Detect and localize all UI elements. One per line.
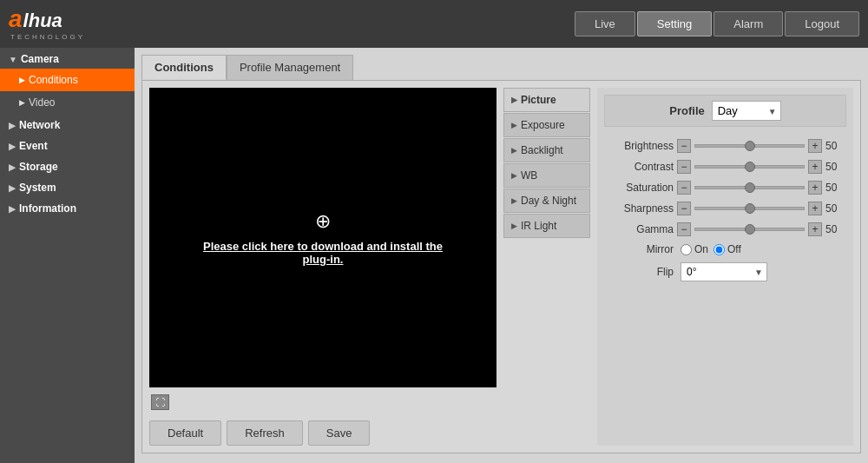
- flip-label: Flip: [604, 266, 674, 278]
- gamma-slider-track[interactable]: [694, 228, 805, 231]
- setting-button[interactable]: Setting: [637, 11, 712, 36]
- gamma-label: Gamma: [604, 223, 674, 235]
- camera-section-arrow: ▼: [9, 55, 17, 64]
- sidebar-section-information[interactable]: ▶ Information: [0, 197, 135, 218]
- sharpness-slider-track[interactable]: [694, 207, 805, 210]
- brightness-slider-thumb[interactable]: [745, 141, 755, 151]
- event-section-arrow: ▶: [9, 142, 16, 151]
- gamma-row: Gamma − + 50: [604, 222, 846, 236]
- picture-menu-exposure-label: Exposure: [521, 119, 565, 131]
- sidebar-section-system[interactable]: ▶ System: [0, 176, 135, 197]
- picture-menu-item-day-night[interactable]: ▶ Day & Night: [503, 189, 590, 213]
- download-icon: ⊕: [315, 210, 331, 233]
- refresh-button[interactable]: Refresh: [227, 420, 303, 446]
- brightness-slider-track[interactable]: [694, 144, 805, 148]
- sidebar: ▼ Camera ▶ Conditions ▶ Video ▶ Network …: [0, 48, 135, 463]
- expand-button[interactable]: ⛶: [151, 394, 169, 410]
- alarm-button[interactable]: Alarm: [713, 11, 783, 36]
- sharpness-plus-button[interactable]: +: [808, 202, 822, 215]
- flip-select[interactable]: 0° 90° 180° 270°: [681, 262, 767, 281]
- tab-conditions[interactable]: Conditions: [141, 55, 227, 80]
- sidebar-item-conditions[interactable]: ▶ Conditions: [0, 69, 135, 91]
- gamma-minus-button[interactable]: −: [677, 222, 691, 236]
- header: a lhua TECHNOLOGY Live Setting Alarm Log…: [0, 0, 868, 48]
- flip-select-wrap: 0° 90° 180° 270°: [681, 262, 767, 281]
- main-layout: ▼ Camera ▶ Conditions ▶ Video ▶ Network …: [0, 48, 868, 463]
- mirror-label: Mirror: [604, 243, 674, 255]
- picture-menu-item-backlight[interactable]: ▶ Backlight: [503, 138, 590, 162]
- gamma-value: 50: [825, 223, 846, 235]
- sidebar-item-video[interactable]: ▶ Video: [0, 91, 135, 114]
- profile-label: Profile: [669, 104, 704, 117]
- picture-menu-irlight-label: IR Light: [521, 220, 556, 232]
- profile-select[interactable]: Day Night Normal: [712, 101, 781, 121]
- contrast-label: Contrast: [604, 161, 674, 173]
- logo-a-icon: a: [9, 7, 23, 31]
- saturation-row: Saturation − + 50: [604, 181, 846, 195]
- wb-tri-icon: ▶: [511, 171, 517, 180]
- irlight-tri-icon: ▶: [511, 222, 517, 230]
- flip-row: Flip 0° 90° 180° 270°: [604, 262, 846, 281]
- default-button[interactable]: Default: [149, 420, 221, 446]
- contrast-plus-button[interactable]: +: [808, 160, 822, 174]
- profile-select-wrap: Day Night Normal: [712, 101, 781, 121]
- content-area: Conditions Profile Management ⊕ Please c…: [135, 48, 868, 463]
- mirror-radio-group: On Off: [681, 243, 741, 255]
- sharpness-value: 50: [825, 202, 846, 215]
- tabs: Conditions Profile Management: [141, 55, 861, 80]
- contrast-value: 50: [825, 161, 846, 173]
- sharpness-minus-button[interactable]: −: [677, 202, 691, 215]
- mirror-row: Mirror On Off: [604, 243, 846, 255]
- picture-menu-daynight-label: Day & Night: [521, 195, 576, 207]
- conditions-arrow: ▶: [19, 76, 25, 84]
- contrast-slider-thumb[interactable]: [745, 162, 755, 172]
- saturation-minus-button[interactable]: −: [677, 181, 691, 195]
- mirror-off-input[interactable]: [713, 244, 725, 255]
- mirror-on-input[interactable]: [681, 244, 692, 255]
- video-area: ⊕ Please click here to download and inst…: [149, 88, 496, 387]
- picture-menu-item-exposure[interactable]: ▶ Exposure: [503, 113, 590, 137]
- picture-menu-item-picture[interactable]: ▶ Picture: [503, 88, 590, 112]
- sidebar-section-camera-label: Camera: [21, 53, 59, 65]
- brightness-plus-button[interactable]: +: [808, 139, 822, 153]
- sidebar-storage-label: Storage: [19, 161, 58, 173]
- sidebar-network-label: Network: [19, 119, 60, 131]
- mirror-on-radio[interactable]: On: [681, 243, 708, 255]
- sidebar-section-storage[interactable]: ▶ Storage: [0, 155, 135, 176]
- mirror-off-radio[interactable]: Off: [713, 243, 741, 255]
- picture-menu-wb-label: WB: [521, 169, 537, 182]
- saturation-plus-button[interactable]: +: [808, 181, 822, 195]
- information-section-arrow: ▶: [9, 204, 16, 214]
- profile-row: Profile Day Night Normal: [604, 95, 846, 127]
- logo: a lhua TECHNOLOGY: [9, 7, 85, 41]
- saturation-slider-track[interactable]: [694, 186, 805, 189]
- daynight-tri-icon: ▶: [511, 196, 517, 205]
- sidebar-event-label: Event: [19, 140, 48, 152]
- sidebar-section-network[interactable]: ▶ Network: [0, 114, 135, 135]
- logout-button[interactable]: Logout: [785, 11, 859, 36]
- picture-menu-item-wb[interactable]: ▶ WB: [503, 163, 590, 188]
- brightness-value: 50: [825, 140, 846, 152]
- contrast-minus-button[interactable]: −: [677, 160, 691, 174]
- gamma-slider-thumb[interactable]: [745, 224, 755, 235]
- brightness-minus-button[interactable]: −: [677, 139, 691, 153]
- picture-menu-item-ir-light[interactable]: ▶ IR Light: [503, 214, 590, 238]
- sharpness-slider-thumb[interactable]: [745, 203, 755, 214]
- exposure-tri-icon: ▶: [511, 121, 517, 129]
- save-button[interactable]: Save: [308, 420, 371, 446]
- contrast-slider-track[interactable]: [694, 165, 805, 169]
- tab-profile-management[interactable]: Profile Management: [227, 55, 353, 80]
- saturation-slider-thumb[interactable]: [745, 182, 755, 193]
- saturation-label: Saturation: [604, 182, 674, 194]
- sidebar-section-camera[interactable]: ▼ Camera: [0, 48, 135, 69]
- gamma-plus-button[interactable]: +: [808, 222, 822, 236]
- picture-menu-backlight-label: Backlight: [521, 144, 563, 156]
- picture-menu-picture-label: Picture: [521, 94, 556, 106]
- brightness-row: Brightness − + 50: [604, 139, 846, 153]
- sidebar-section-event[interactable]: ▶ Event: [0, 135, 135, 155]
- plugin-text-line1: Please click here to download and instal…: [203, 240, 443, 253]
- plugin-download-link[interactable]: Please click here to download and instal…: [203, 240, 443, 266]
- mirror-off-label: Off: [727, 243, 741, 255]
- live-button[interactable]: Live: [575, 11, 635, 36]
- logo-brand: a lhua: [9, 7, 85, 31]
